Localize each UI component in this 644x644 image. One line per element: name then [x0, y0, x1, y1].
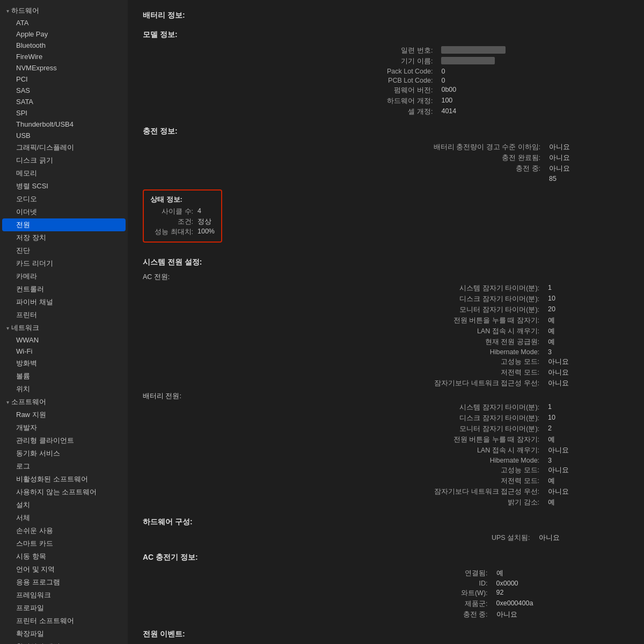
table-row: 하드웨어 개정:100: [143, 96, 629, 106]
sidebar-item-printerHW[interactable]: 프린터: [0, 309, 128, 321]
sidebar-item-apps[interactable]: 응용 프로그램: [0, 576, 128, 589]
sidebar-item-firewire[interactable]: FireWire: [0, 51, 128, 62]
sidebar-item-firewall[interactable]: 방화벽: [0, 357, 128, 370]
sidebar-item-developer[interactable]: 개발자: [0, 421, 128, 434]
sidebar-item-ata[interactable]: ATA: [0, 17, 128, 28]
sidebar-item-framework[interactable]: 프레임워크: [0, 589, 128, 602]
sidebar-item-spi[interactable]: SPI: [0, 107, 128, 119]
sidebar-item-memory[interactable]: 메모리: [0, 167, 128, 180]
status-highlight-box: 상태 정보:사이클 수:4조건:정상성능 최대치:100%: [143, 189, 222, 243]
sidebar-section-software[interactable]: ▾소프트웨어: [0, 396, 128, 408]
sidebar-item-profile[interactable]: 프로파일: [0, 602, 128, 614]
row-label: 디스크 잠자기 타이머(분):: [143, 413, 546, 423]
sidebar-item-disk[interactable]: 디스크 긁기: [0, 154, 128, 167]
row-label: 시스템 잠자기 타이머(분):: [143, 283, 546, 294]
row-label: 제품군:: [143, 598, 494, 609]
sidebar-item-volumes[interactable]: 볼륨: [0, 370, 128, 383]
sidebar-item-env-panel[interactable]: 환경설정 패널: [0, 640, 128, 644]
row-label: Hibernate Mode:: [143, 347, 546, 356]
sidebar-item-accessibility[interactable]: 손쉬운 사용: [0, 524, 128, 537]
sidebar-item-sync[interactable]: 동기화 서비스: [0, 447, 128, 460]
status-row-label: 성능 최대치:: [150, 228, 193, 237]
sidebar-item-ethernet[interactable]: 이더넷: [0, 206, 128, 218]
sidebar-section-hardware[interactable]: ▾하드웨어: [0, 4, 128, 17]
table-row: 연결됨:예: [143, 568, 629, 579]
row-label: ID:: [143, 579, 494, 588]
row-value: 예: [546, 475, 629, 486]
sidebar-item-bluetooth[interactable]: Bluetooth: [0, 40, 128, 51]
row-label: 시스템 잠자기 타이머(분):: [143, 402, 546, 413]
sidebar-item-audio[interactable]: 오디오: [0, 193, 128, 206]
row-label: 전원 버튼을 누를 때 잠자기:: [143, 315, 546, 326]
main-content: 배터리 정보:모델 정보:일련 번호:기기 이름:Pack Lot Code:0…: [128, 0, 644, 644]
sidebar-item-thunderbolt[interactable]: Thunderbolt/USB4: [0, 119, 128, 130]
row-label: 고성능 모드:: [143, 356, 546, 367]
row-value: [439, 56, 629, 67]
sidebar-item-location[interactable]: 위치: [0, 383, 128, 396]
table-row: 전원 버튼을 누를 때 잠자기:예: [143, 434, 629, 445]
sidebar-item-pci[interactable]: PCI: [0, 74, 128, 85]
sidebar-item-controller[interactable]: 컨트롤러: [0, 283, 128, 296]
sidebar-item-card-reader[interactable]: 카드 리더기: [0, 257, 128, 270]
sidebar-item-startup[interactable]: 시동 항목: [0, 550, 128, 563]
row-value: 예: [546, 434, 629, 445]
sidebar-item-smart-card[interactable]: 스마트 카드: [0, 537, 128, 550]
status-row: 조건:정상: [150, 217, 215, 227]
table-row: 시스템 잠자기 타이머(분):1: [143, 402, 629, 413]
sidebar-item-disabled-sw[interactable]: 비활성화된 소프트웨어: [0, 473, 128, 486]
sidebar-item-install[interactable]: 설치: [0, 499, 128, 511]
table-row: 충전 중:아니요: [143, 163, 629, 174]
row-label: 와트(W):: [143, 588, 494, 598]
sidebar-item-fiber[interactable]: 파이버 채널: [0, 296, 128, 309]
status-section-title: 상태 정보:: [150, 195, 215, 204]
sidebar-item-storage[interactable]: 저장 장치: [0, 231, 128, 244]
row-label: 펌웨어 버전:: [143, 85, 439, 96]
sidebar-item-managed-client[interactable]: 관리형 클라이언트: [0, 434, 128, 447]
table-row: Hibernate Mode:3: [143, 347, 629, 356]
row-label: 고성능 모드:: [143, 465, 546, 475]
sidebar-item-sata[interactable]: SATA: [0, 96, 128, 107]
row-value: 아니요: [537, 532, 629, 543]
table-row: PCB Lot Code:0: [143, 76, 629, 85]
sidebar-item-raw[interactable]: Raw 지원: [0, 408, 128, 421]
sidebar-item-fonts[interactable]: 서체: [0, 511, 128, 524]
row-label: LAN 접속 시 깨우기:: [143, 445, 546, 456]
row-label: 현재 전원 공급원:: [143, 336, 546, 347]
row-label: 배터리 충전량이 경고 수준 이하임:: [143, 142, 547, 152]
sidebar-item-printer-sw[interactable]: 프린터 소프트웨어: [0, 614, 128, 627]
sidebar-item-unused-sw[interactable]: 사용하지 않는 소프트웨어: [0, 486, 128, 499]
sidebar-item-wifi[interactable]: Wi-Fi: [0, 346, 128, 357]
table-row: 현재 전원 공급원:예: [143, 336, 629, 347]
row-value: 예: [546, 497, 629, 508]
section-title: AC 충전기 정보:: [143, 553, 629, 562]
table-row: 디스크 잠자기 타이머(분):10: [143, 294, 629, 304]
sidebar-item-parallel-scsi[interactable]: 병렬 SCSI: [0, 180, 128, 193]
sidebar-item-wwan[interactable]: WWAN: [0, 334, 128, 346]
table-row: Pack Lot Code:0: [143, 67, 629, 76]
row-value: 예: [546, 326, 629, 336]
row-value: 아니요: [494, 609, 629, 620]
sidebar-item-log[interactable]: 로그: [0, 460, 128, 473]
chevron-icon: ▾: [6, 399, 9, 405]
sidebar-item-apple-pay[interactable]: Apple Pay: [0, 28, 128, 40]
sidebar-item-sas[interactable]: SAS: [0, 85, 128, 96]
battery-power-title: 배터리 전원:: [143, 392, 629, 401]
sidebar-item-power[interactable]: 전원: [2, 218, 126, 231]
row-label: 디스크 잠자기 타이머(분):: [143, 294, 546, 304]
sidebar-item-language[interactable]: 언어 및 지역: [0, 563, 128, 576]
table-row: 고성능 모드:아니요: [143, 356, 629, 367]
row-label: 하드웨어 개정:: [143, 96, 439, 106]
sidebar-item-usb[interactable]: USB: [0, 130, 128, 141]
sidebar-item-nvmexpress[interactable]: NVMExpress: [0, 62, 128, 74]
sidebar-section-network[interactable]: ▾네트워크: [0, 321, 128, 334]
row-label: PCB Lot Code:: [143, 76, 439, 85]
table-row: LAN 접속 시 깨우기:예: [143, 326, 629, 336]
sidebar-item-camera[interactable]: 카메라: [0, 270, 128, 283]
sidebar-item-printer[interactable]: 진단: [0, 244, 128, 257]
status-row-value: 4: [197, 207, 201, 216]
sidebar-item-graphics[interactable]: 그래픽/디스플레이: [0, 141, 128, 154]
sidebar-item-extension[interactable]: 확장파일: [0, 627, 128, 640]
row-value: 아니요: [546, 445, 629, 456]
row-value: 0x0000: [494, 579, 629, 588]
table-row: 셀 개정:4014: [143, 106, 629, 117]
